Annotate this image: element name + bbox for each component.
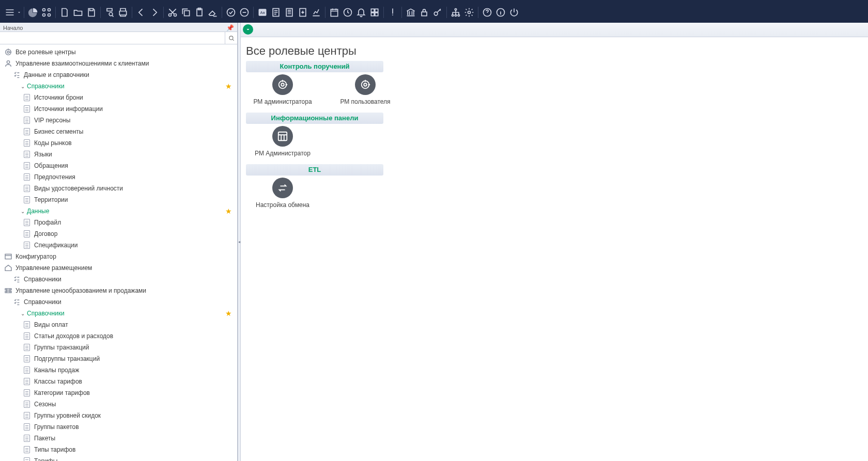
tile[interactable]: РМ администратора	[249, 74, 316, 105]
tree-data-dicts[interactable]: Данные и справочники	[0, 69, 237, 81]
calendar-icon[interactable]	[328, 6, 341, 19]
star-icon[interactable]: ★	[225, 309, 232, 317]
hamburger-icon[interactable]	[3, 6, 17, 19]
tree-pricing-dicts[interactable]: Справочники	[0, 296, 237, 308]
pin-icon[interactable]: 📌	[226, 24, 234, 31]
cut-icon[interactable]	[166, 6, 179, 19]
nav-header: Начало 📌	[0, 23, 237, 32]
group-header: Информационные панели	[246, 113, 383, 124]
chart-icon[interactable]	[309, 6, 323, 19]
page-title: Все ролевые центры	[246, 44, 863, 58]
menu-dropdown-icon[interactable]	[17, 6, 22, 19]
search-icon[interactable]	[225, 32, 237, 44]
tree-item[interactable]: Источники информации	[0, 103, 237, 115]
page-icon	[23, 128, 31, 136]
forward-icon[interactable]	[148, 6, 161, 19]
tree-housing[interactable]: Управление размещением	[0, 262, 237, 274]
page-icon	[23, 457, 31, 461]
tree-item[interactable]: Спецификации	[0, 240, 237, 251]
sitemap-icon[interactable]	[449, 6, 462, 19]
copy-icon[interactable]	[179, 6, 193, 19]
tree-item[interactable]: Типы тарифов	[0, 444, 237, 455]
translate-icon[interactable]: Aя	[256, 6, 269, 19]
page-icon	[23, 389, 31, 397]
tree-item[interactable]: Подгруппы транзакций	[0, 353, 237, 364]
info-icon[interactable]	[494, 6, 507, 19]
list-icon	[12, 298, 21, 306]
tree-item[interactable]: Языки	[0, 149, 237, 160]
tree-item[interactable]: Предпочтения	[0, 171, 237, 183]
tab-home-button[interactable]	[243, 24, 253, 35]
tile[interactable]: РМ пользователя	[332, 74, 399, 105]
tile[interactable]: РМ Администратор	[249, 126, 316, 157]
tree-item[interactable]: Профайл	[0, 217, 237, 228]
page-icon	[23, 139, 31, 147]
svg-rect-20	[375, 9, 378, 12]
tree-item[interactable]: Тарифы	[0, 455, 237, 461]
pie-chart-icon[interactable]	[26, 6, 40, 19]
tree-pricing[interactable]: Управление ценообразованием и продажами	[0, 285, 237, 296]
lock-icon[interactable]	[417, 6, 431, 19]
bell-icon[interactable]	[354, 6, 368, 19]
doc1-icon[interactable]	[269, 6, 283, 19]
tree-data-head[interactable]: ⌄ Данные ★	[0, 205, 237, 217]
bank-icon[interactable]	[404, 6, 417, 19]
star-icon[interactable]: ★	[225, 82, 232, 90]
save-icon[interactable]	[85, 6, 98, 19]
cancel-icon[interactable]	[238, 6, 251, 19]
help-icon[interactable]	[481, 6, 494, 19]
tree-item[interactable]: Виды удостоверений личности	[0, 183, 237, 194]
tree-item[interactable]: Каналы продаж	[0, 364, 237, 376]
alert-icon[interactable]	[386, 6, 399, 19]
tree-item[interactable]: Категории тарифов	[0, 387, 237, 399]
tree-item[interactable]: Группы пакетов	[0, 421, 237, 433]
tree-crm[interactable]: Управление взаимоотношениями с клиентами	[0, 58, 237, 69]
tree-item[interactable]: Виды оплат	[0, 319, 237, 330]
gear-icon[interactable]	[462, 6, 476, 19]
grid-icon[interactable]	[368, 6, 381, 19]
main-toolbar: Aя	[0, 2, 868, 23]
svg-point-40	[281, 83, 284, 86]
erase-icon[interactable]	[206, 6, 220, 19]
tree-item[interactable]: Обращения	[0, 160, 237, 171]
clock-icon[interactable]	[341, 6, 354, 19]
tree-item[interactable]: Пакеты	[0, 433, 237, 444]
tree-pricing-dicts-head[interactable]: ⌄ Справочники ★	[0, 308, 237, 319]
svg-point-24	[434, 12, 438, 15]
tree-item[interactable]: Коды рынков	[0, 137, 237, 149]
tree-dicts-head[interactable]: ⌄ Справочники ★	[0, 81, 237, 92]
print-preview-icon[interactable]	[103, 6, 116, 19]
new-doc-icon[interactable]	[58, 6, 71, 19]
tree-item[interactable]: Территории	[0, 194, 237, 205]
tree-housing-dicts[interactable]: Справочники	[0, 274, 237, 285]
svg-point-39	[279, 81, 287, 89]
paste-icon[interactable]	[193, 6, 206, 19]
doc2-icon[interactable]	[283, 6, 296, 19]
tree-item[interactable]: Группы транзакций	[0, 342, 237, 353]
key-icon[interactable]	[431, 6, 444, 19]
svg-point-4	[109, 12, 113, 16]
tree-all-role-centers[interactable]: Все ролевые центры	[0, 46, 237, 58]
tree-item[interactable]: Статьи доходов и расходов	[0, 330, 237, 342]
modules-icon[interactable]	[40, 6, 53, 19]
page-icon	[23, 241, 31, 249]
apply-icon[interactable]	[224, 6, 238, 19]
tree-item[interactable]: Классы тарифов	[0, 376, 237, 387]
print-icon[interactable]	[116, 6, 130, 19]
tile[interactable]: Настройка обмена	[249, 178, 316, 209]
star-icon[interactable]: ★	[225, 207, 232, 215]
tree-item[interactable]: Договор	[0, 228, 237, 240]
tree-item[interactable]: Бизнес сегменты	[0, 126, 237, 137]
power-icon[interactable]	[507, 6, 521, 19]
tree-item[interactable]: Сезоны	[0, 399, 237, 410]
tree-item[interactable]: Группы уровней скидок	[0, 410, 237, 421]
export-icon[interactable]	[296, 6, 309, 19]
back-icon[interactable]	[134, 6, 148, 19]
nav-search-input[interactable]	[0, 32, 225, 44]
tree-configurator[interactable]: Конфигуратор	[0, 251, 237, 262]
tree-item[interactable]: Источники брони	[0, 92, 237, 103]
page-icon	[23, 93, 31, 102]
tree-item[interactable]: VIP персоны	[0, 115, 237, 126]
page-icon	[23, 321, 31, 329]
open-folder-icon[interactable]	[71, 6, 85, 19]
